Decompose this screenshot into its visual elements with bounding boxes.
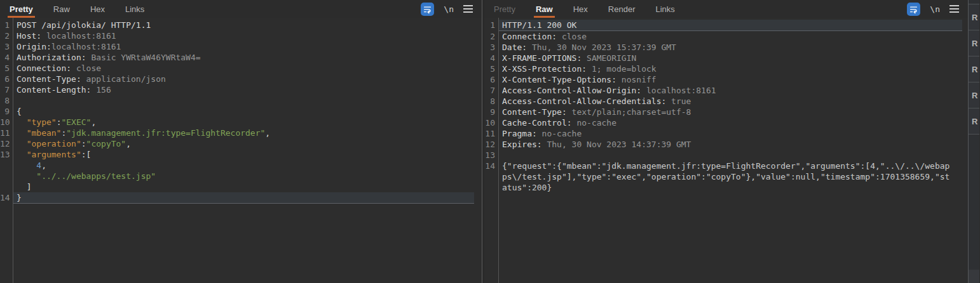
- line-number: 13: [484, 150, 498, 161]
- inspector-item[interactable]: R: [969, 82, 979, 109]
- line-number: 14: [0, 192, 13, 204]
- code-text: 4,: [13, 160, 474, 171]
- line-number: 4: [0, 52, 13, 63]
- response-toolbar: \n: [907, 0, 968, 18]
- request-tabbar: PrettyRawHexLinks \n: [0, 0, 482, 18]
- code-line: 9{: [0, 106, 474, 117]
- code-text: Host: localhost:8161: [13, 30, 474, 41]
- code-text: Connection: close: [498, 31, 962, 42]
- line-number: 7: [484, 85, 498, 96]
- code-text: Pragma: no-cache: [498, 128, 962, 139]
- line-number: 6: [0, 74, 13, 84]
- gutter-divider: [13, 18, 13, 283]
- code-text: X-FRAME-OPTIONS: SAMEORIGIN: [498, 53, 962, 63]
- code-line: 14}: [0, 192, 474, 204]
- menu-icon[interactable]: [949, 5, 959, 13]
- word-wrap-icon[interactable]: [421, 3, 434, 16]
- code-text: Cache-Control: no-cache: [498, 117, 962, 128]
- code-text: Content-Length: 156: [13, 84, 474, 95]
- code-text: "type":"EXEC",: [13, 117, 474, 128]
- line-number: 12: [484, 139, 498, 150]
- code-line: 13: [484, 150, 962, 161]
- code-line: 12 "operation":"copyTo",: [0, 138, 474, 149]
- menu-icon[interactable]: [463, 5, 473, 13]
- line-number: 8: [0, 95, 13, 106]
- tab-links[interactable]: Links: [653, 0, 676, 18]
- line-number: [0, 160, 13, 171]
- code-text: Connection: close: [13, 63, 474, 74]
- code-line: 10 "type":"EXEC",: [0, 117, 474, 128]
- code-line: 6X-Content-Type-Options: nosniff: [484, 74, 962, 85]
- code-line: 11Pragma: no-cache: [484, 128, 962, 139]
- request-panel: PrettyRawHexLinks \n 1POST /api/jolokia/…: [0, 0, 482, 283]
- code-line: 14{"request":{"mbean":"jdk.management.jf…: [484, 161, 962, 193]
- message-editor-split-view: PrettyRawHexLinks \n 1POST /api/jolokia/…: [0, 0, 980, 283]
- code-line: 1POST /api/jolokia/ HTTP/1.1: [0, 20, 474, 30]
- request-toolbar: \n: [421, 0, 482, 18]
- code-line: 4,: [0, 160, 474, 171]
- code-text: [498, 150, 962, 161]
- code-text: "arguments":[: [13, 149, 474, 160]
- code-text: {"request":{"mbean":"jdk.management.jfr:…: [498, 161, 962, 193]
- tab-pretty[interactable]: Pretty: [492, 0, 517, 18]
- response-panel: PrettyRawHexRenderLinks \n 1HTTP/1.1 200…: [484, 0, 968, 283]
- code-text: Authorization: Basic YWRtaW46YWRtaW4=: [13, 52, 474, 63]
- code-line: 8: [0, 95, 474, 106]
- code-line: 5Connection: close: [0, 63, 474, 74]
- line-number: 3: [484, 42, 498, 53]
- line-number: 5: [484, 63, 498, 74]
- code-line: "../../webapps/test.jsp": [0, 171, 474, 181]
- code-line: 2Connection: close: [484, 31, 962, 42]
- code-line: 3Date: Thu, 30 Nov 2023 15:37:39 GMT: [484, 42, 962, 53]
- code-text: Content-Type: text/plain;charset=utf-8: [498, 107, 962, 117]
- tab-spacer: [693, 0, 908, 18]
- code-line: 4Authorization: Basic YWRtaW46YWRtaW4=: [0, 52, 474, 63]
- line-number: 11: [484, 128, 498, 139]
- tab-pretty[interactable]: Pretty: [8, 0, 35, 18]
- line-number: 7: [0, 84, 13, 95]
- inspector-item[interactable]: R: [969, 56, 979, 82]
- line-number: 14: [484, 161, 498, 193]
- inspector-item[interactable]: R: [969, 4, 979, 30]
- response-editor[interactable]: 1HTTP/1.1 200 OK2Connection: close3Date:…: [484, 18, 968, 283]
- inspector-item[interactable]: R: [969, 30, 979, 56]
- inspector-item[interactable]: R: [969, 109, 979, 135]
- newline-toggle-icon[interactable]: \n: [930, 4, 940, 14]
- line-number: 6: [484, 74, 498, 85]
- code-text: }: [13, 192, 474, 204]
- word-wrap-icon[interactable]: [907, 3, 920, 16]
- code-line: 12Expires: Thu, 30 Nov 2023 14:37:39 GMT: [484, 139, 962, 150]
- tab-links[interactable]: Links: [123, 0, 146, 18]
- line-number: 3: [0, 41, 13, 52]
- tab-render[interactable]: Render: [606, 0, 637, 18]
- code-text: X-Content-Type-Options: nosniff: [498, 74, 962, 85]
- response-tabbar: PrettyRawHexRenderLinks \n: [484, 0, 968, 18]
- code-line: ]: [0, 181, 474, 192]
- code-text: Content-Type: application/json: [13, 74, 474, 84]
- code-text: "mbean":"jdk.management.jfr:type=FlightR…: [13, 128, 474, 138]
- code-line: 3Origin:localhost:8161: [0, 41, 474, 52]
- code-line: 10Cache-Control: no-cache: [484, 117, 962, 128]
- line-number: [0, 171, 13, 181]
- line-number: 1: [484, 20, 498, 31]
- code-line: 4X-FRAME-OPTIONS: SAMEORIGIN: [484, 53, 962, 63]
- line-number: 8: [484, 96, 498, 107]
- tab-hex[interactable]: Hex: [88, 0, 107, 18]
- line-number: 9: [0, 106, 13, 117]
- code-text: POST /api/jolokia/ HTTP/1.1: [13, 20, 474, 30]
- request-lines: 1POST /api/jolokia/ HTTP/1.12Host: local…: [0, 20, 474, 204]
- code-text: Origin:localhost:8161: [13, 41, 474, 52]
- newline-toggle-icon[interactable]: \n: [444, 4, 454, 14]
- request-tabs: PrettyRawHexLinks: [8, 0, 163, 18]
- code-text: Date: Thu, 30 Nov 2023 15:37:39 GMT: [498, 42, 962, 53]
- line-number: 5: [0, 63, 13, 74]
- code-line: 13 "arguments":[: [0, 149, 474, 160]
- tab-hex[interactable]: Hex: [571, 0, 590, 18]
- code-line: 9Content-Type: text/plain;charset=utf-8: [484, 107, 962, 117]
- tab-raw[interactable]: Raw: [51, 0, 72, 18]
- request-editor[interactable]: 1POST /api/jolokia/ HTTP/1.12Host: local…: [0, 18, 482, 283]
- line-number: 9: [484, 107, 498, 117]
- line-number: 1: [0, 20, 13, 30]
- tab-raw[interactable]: Raw: [534, 0, 555, 18]
- code-text: Access-Control-Allow-Origin: localhost:8…: [498, 85, 962, 96]
